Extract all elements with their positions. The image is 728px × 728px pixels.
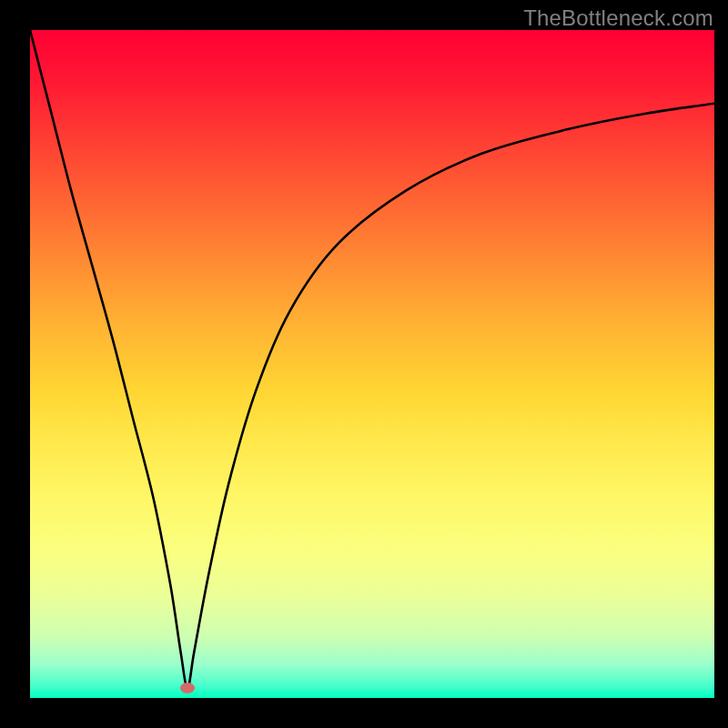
- min-marker: [180, 682, 195, 693]
- bottleneck-curve: [30, 30, 714, 688]
- chart-plot-area: [30, 30, 714, 698]
- attribution-text: TheBottleneck.com: [523, 5, 713, 31]
- chart-frame: TheBottleneck.com: [0, 0, 728, 728]
- chart-svg: [30, 30, 714, 698]
